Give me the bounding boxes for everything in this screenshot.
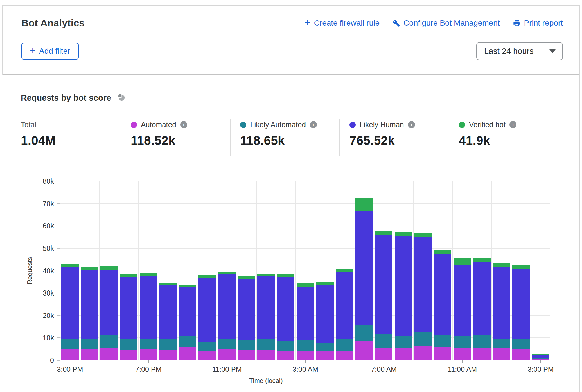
chevron-down-icon [549,49,556,53]
bar-segment [316,285,334,342]
x-tick-label: 11:00 PM [212,365,242,373]
card-header: Bot Analytics + Create firewall rule Con… [2,5,580,75]
gridline [491,181,492,360]
bar-segment [81,349,98,360]
bar-segment [355,341,373,360]
bar-segment [140,273,157,276]
bar-segment [316,343,334,351]
y-tick [57,248,60,249]
bar-segment [297,283,314,287]
bar-segment [473,335,491,348]
info-icon[interactable]: i [180,121,187,128]
create-firewall-rule-link[interactable]: + Create firewall rule [305,19,380,28]
bar-segment [159,350,177,360]
x-tick [305,360,306,363]
stat-total-label: Total [21,120,36,129]
bar-segment [355,198,373,211]
info-icon[interactable]: i [408,121,415,128]
y-tick [57,203,60,204]
bar-segment [395,348,412,360]
gridline [60,226,550,226]
info-icon[interactable]: i [310,121,317,128]
y-tick-label: 0 [20,356,54,364]
bar-segment [120,350,137,360]
bar-segment [297,340,314,351]
stat-likely-human: Likely Human i 765.52k [339,119,449,156]
bar-segment [434,254,451,335]
legend-dot-automated [131,122,137,128]
bar-segment [100,270,118,335]
bar-segment [375,334,392,348]
bar-segment [532,354,549,355]
bar-segment [159,283,177,285]
bar-segment [414,237,432,332]
bar-segment [120,277,137,339]
bar-segment [434,347,451,360]
wrench-icon [392,19,400,27]
bar-segment [61,267,79,339]
x-tick-label: 3:00 PM [528,365,554,373]
y-tick-label: 30k [20,289,54,297]
bar-segment [100,335,118,348]
add-filter-button[interactable]: + Add filter [21,43,79,60]
bar-segment [473,348,491,360]
stat-automated-label: Automated [141,120,176,129]
stat-automated-value: 118.52k [131,134,230,148]
chart-plot-area: Requests 010k20k30k40k50k60k70k80k3:00 P… [60,181,550,360]
y-tick [57,337,60,338]
bar-segment [277,274,294,277]
bar-segment [454,348,471,360]
legend-dot-likely-human [349,122,356,128]
stat-verified-bot-label: Verified bot [469,120,506,129]
print-report-link[interactable]: Print report [513,19,563,28]
configure-bot-management-label: Configure Bot Management [403,19,500,28]
bar-segment [198,278,216,342]
bar-segment [120,339,137,350]
bar-segment [454,265,471,336]
stat-likely-automated-value: 118.65k [240,134,339,148]
bar-segment [414,346,432,360]
bar-segment [238,340,255,350]
bar-segment [395,236,412,336]
bot-score-chart: Requests 010k20k30k40k50k60k70k80k3:00 P… [21,181,579,392]
stat-likely-automated-label: Likely Automated [250,120,306,129]
bar-segment [355,211,373,325]
bar-segment [257,339,275,350]
gridline [335,181,335,360]
bar-segment [61,339,79,349]
plus-icon: + [30,47,36,55]
bar-segment [493,263,510,267]
stat-likely-human-label: Likely Human [360,120,404,129]
bar-segment [493,267,510,339]
info-icon[interactable]: i [509,121,516,128]
bar-segment [316,351,334,360]
bar-segment [159,285,177,340]
bar-segment [473,258,491,262]
bar-segment [297,287,314,340]
bar-segment [238,350,255,360]
bar-segment [395,336,412,348]
configure-bot-management-link[interactable]: Configure Bot Management [392,19,500,28]
bot-analytics-card: Bot Analytics + Create firewall rule Con… [2,5,580,392]
x-tick-label: 7:00 PM [135,365,161,373]
bar-segment [238,276,255,279]
stat-total-value: 1.04M [21,134,121,148]
gridline [413,181,414,360]
y-tick [57,181,60,181]
x-tick-label: 7:00 AM [371,365,397,373]
stat-verified-bot: Verified bot i 41.9k [449,119,558,156]
x-tick-label: 3:00 PM [57,365,83,373]
stat-likely-automated: Likely Automated i 118.65k [230,119,339,156]
gridline [374,181,374,360]
bar-segment [218,349,236,360]
bar-segment [198,351,216,360]
time-range-select[interactable]: Last 24 hours [476,42,563,60]
bar-segment [140,276,157,339]
x-tick [384,360,384,363]
bar-segment [218,272,236,274]
bar-segment [257,350,275,360]
create-firewall-rule-label: Create firewall rule [314,19,380,28]
printer-icon [513,19,521,27]
gridline [60,181,550,181]
gridline [60,248,550,249]
